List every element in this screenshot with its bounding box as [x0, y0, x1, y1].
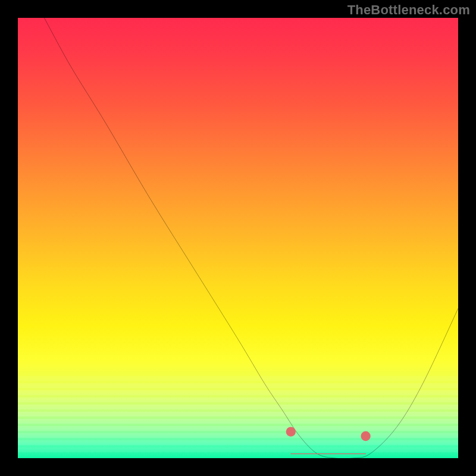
watermark-text: TheBottleneck.com — [347, 2, 470, 18]
curve-layer — [18, 18, 458, 458]
range-left-dot — [286, 427, 296, 436]
bottleneck-curve — [44, 18, 458, 459]
chart-frame: TheBottleneck.com — [0, 0, 476, 476]
range-right-dot — [361, 431, 370, 441]
plot-area — [18, 18, 458, 458]
